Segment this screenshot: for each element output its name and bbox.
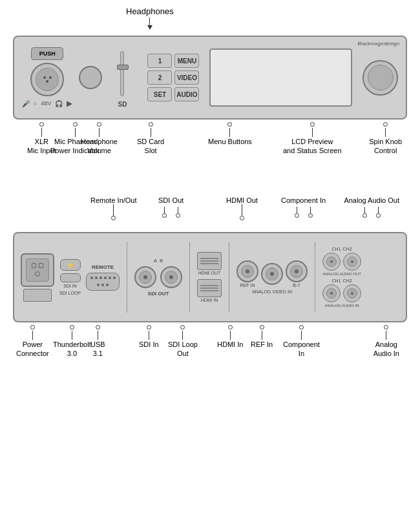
eth-port	[23, 289, 52, 302]
bnc-ch2-out	[343, 253, 361, 271]
hdmi-out-label: HDMI Out	[226, 196, 258, 204]
aao-dot-1	[362, 213, 367, 218]
aao-line-1	[364, 207, 365, 213]
db9-pin	[95, 277, 98, 279]
lcd-dot	[310, 122, 315, 127]
sdi-loop-label-group: SDI LoopOut	[168, 325, 198, 359]
analog-audio-in-panel-label: ANALOG AUDIO IN	[325, 304, 359, 308]
spin-knob-label: Spin KnobControl	[369, 137, 402, 156]
volume-triangle-icon: ▶	[67, 99, 72, 108]
comp-line-2	[310, 207, 311, 213]
back-labels-bottom-row: PowerConnector Thunderbolt3.0 USB3.1 SDI…	[13, 325, 407, 383]
hdmi-line	[200, 288, 218, 289]
sd-slider-area: SD	[112, 48, 132, 108]
sdi-out-dot-1	[162, 213, 167, 218]
db9-pin	[106, 284, 109, 286]
bnc-sdi-out-a	[134, 266, 156, 288]
power-line	[32, 331, 33, 340]
bnc-ch1-out	[322, 253, 341, 271]
tb30-line	[72, 331, 72, 340]
hp-volume-label: HeadphoneVolume	[81, 137, 118, 156]
usb31-line	[98, 331, 98, 340]
hdmi-line	[200, 290, 218, 291]
ref-in-dot	[260, 325, 264, 330]
bnc-by	[286, 260, 308, 282]
hdmi-in-label-group: HDMI In	[217, 325, 243, 349]
sdi-a-label: A	[154, 258, 157, 264]
bnc-center	[351, 292, 353, 295]
headphone-knob[interactable]	[79, 66, 102, 89]
sdi-out-bnc-group	[134, 266, 182, 288]
xlr-line	[41, 128, 42, 137]
aao-line-2	[378, 207, 379, 213]
remote-inout-label: Remote In/Out	[90, 196, 137, 204]
button-2[interactable]: 2	[147, 70, 172, 85]
db9-pin	[100, 277, 102, 279]
bnc-sdi-out-b-inner	[165, 271, 178, 284]
volume-slider[interactable]	[112, 48, 132, 99]
menu-dot	[227, 122, 232, 127]
bnc-sdi-out-a-inner	[139, 271, 152, 284]
knob-circle[interactable]	[79, 66, 102, 89]
ref-in-label-group: REF In	[251, 325, 273, 349]
front-panel: Blackmagicdesign PUSH	[13, 36, 407, 120]
analog-audio-in-label: AnalogAudio In	[373, 340, 399, 359]
bnc-sdi-out-b	[160, 266, 182, 288]
push-button[interactable]: PUSH	[31, 47, 63, 60]
button-video[interactable]: VIDEO	[174, 70, 199, 85]
hdmi-out-label-group: HDMI Out	[226, 196, 258, 222]
analog-audio-in-label-group: AnalogAudio In	[373, 325, 399, 359]
analog-audio-in-line	[386, 331, 386, 340]
ref-component-section: REF IN	[236, 260, 308, 294]
divider-4	[315, 242, 315, 313]
button-set[interactable]: SET	[147, 87, 172, 101]
button-audio[interactable]: AUDIO	[174, 87, 199, 101]
power-socket	[21, 253, 54, 287]
xlr-bottom-row: 🎤 ○ 48V 🎧 ▶	[22, 99, 72, 108]
back-panel-area: Remote In/Out SDI Out	[13, 196, 407, 383]
divider-3	[229, 242, 229, 313]
hdmi-line	[200, 260, 218, 262]
spin-line	[385, 128, 386, 137]
hdmi-lines-2	[200, 285, 218, 291]
power-section	[21, 253, 54, 302]
usb-port	[60, 273, 81, 282]
sdi-out-line-2	[178, 207, 178, 213]
comp-dot-1	[295, 213, 299, 218]
bnc-ch1-in	[322, 284, 341, 302]
slider-thumb[interactable]	[117, 65, 129, 70]
sdi-loop-line	[182, 331, 183, 340]
hdmi-line	[200, 263, 218, 264]
db9-pin	[90, 277, 93, 279]
button-menu[interactable]: MENU	[174, 54, 199, 68]
bnc-ch2-in-inner	[347, 288, 357, 298]
spin-knob[interactable]	[362, 60, 398, 96]
sdi-out-label-panel: SDI OUT	[148, 291, 169, 297]
headphones-section-top: Headphones	[13, 6, 407, 36]
thunderbolt-icon: ⚡	[67, 262, 74, 269]
sdi-in-line	[149, 331, 149, 340]
sdi-loop-out-label: SDI LoopOut	[168, 340, 198, 359]
bnc-center	[330, 260, 333, 263]
usb31-dot	[96, 325, 100, 330]
spin-dot	[383, 122, 388, 127]
sdi-out-group: A B SDI OUT	[134, 258, 182, 297]
ch1-out-label: CH1	[332, 247, 341, 251]
bnc-center	[246, 269, 249, 273]
button-1[interactable]: 1	[147, 54, 172, 68]
bnc-ch2-out-inner	[347, 256, 357, 267]
sdi-loop-dot	[180, 325, 185, 330]
remote-sdi-section: REMOTE	[86, 264, 120, 291]
db9-port	[86, 273, 120, 291]
ch2-out-label: CH2	[343, 247, 352, 251]
back-panel-top-labels: Remote In/Out SDI Out	[13, 196, 407, 232]
db9-pin	[97, 284, 100, 286]
hdmi-lines	[200, 258, 218, 264]
tb30-label-group: Thunderbolt3.0	[53, 325, 91, 359]
mic-icon: 🎤	[22, 100, 30, 107]
sdi-out-line-1	[164, 207, 165, 213]
power-inner	[26, 258, 49, 282]
mic-phantom-dot	[73, 122, 78, 127]
sdi-in-label: SDI In	[139, 340, 159, 349]
hdmi-out-port	[197, 252, 222, 270]
